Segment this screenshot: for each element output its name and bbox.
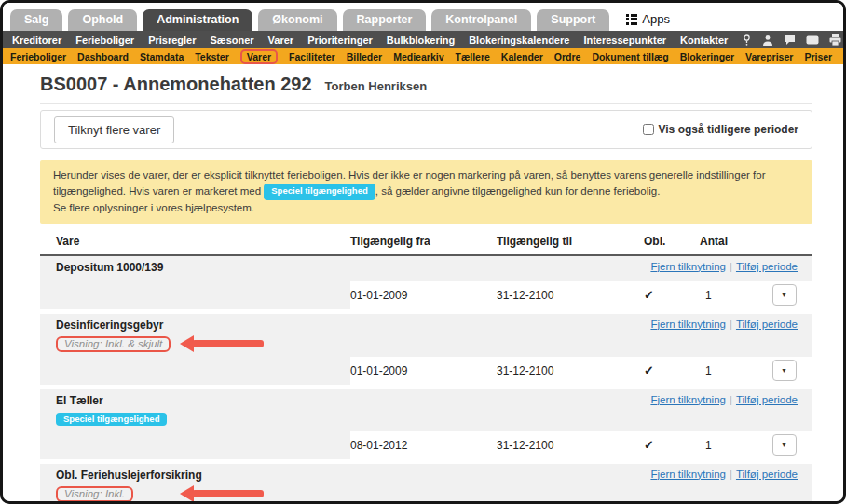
main-tabs: SalgOpholdAdministrationØkonomiRapporter… bbox=[10, 9, 615, 31]
tab-ophold[interactable]: Ophold bbox=[68, 9, 137, 31]
show-previous-periods-toggle[interactable]: Vis også tidligere perioder bbox=[643, 123, 799, 136]
link-separator: | bbox=[730, 319, 732, 330]
menu-item-kontakter[interactable]: Kontakter bbox=[680, 34, 728, 46]
tab-rapporter[interactable]: Rapporter bbox=[343, 9, 427, 31]
product-group-header: El TællerFjern tilknytning|Tilføj period… bbox=[40, 389, 812, 408]
submenu-item-ordre[interactable]: Ordre bbox=[554, 51, 581, 62]
title-divider bbox=[40, 103, 812, 104]
menu-item-prisregler[interactable]: Prisregler bbox=[148, 34, 196, 46]
property-sub-menu: FerieboligerDashboardStamdataTeksterVare… bbox=[3, 48, 843, 64]
period-options-dropdown-button[interactable]: ▼ bbox=[772, 360, 797, 381]
attach-more-products-button[interactable]: Tilknyt flere varer bbox=[54, 116, 174, 143]
annotation-arrow bbox=[180, 485, 264, 502]
header-available-from: Tilgængelig fra bbox=[350, 235, 497, 248]
info-text-after: , så gælder angivne tilgængelighed kun f… bbox=[375, 185, 661, 197]
header-vare: Vare bbox=[40, 235, 350, 248]
submenu-item-ferieboliger[interactable]: Ferieboliger bbox=[10, 51, 66, 62]
link-separator: | bbox=[730, 469, 732, 480]
submenu-item-varepriser[interactable]: Varepriser bbox=[745, 51, 793, 62]
product-group-actions: Fjern tilknytning|Tilføj periode bbox=[650, 261, 798, 272]
tab-kontrolpanel[interactable]: Kontrolpanel bbox=[431, 9, 531, 31]
submenu-item-kalender[interactable]: Kalender bbox=[501, 51, 543, 62]
menu-item-kreditorer[interactable]: Kreditorer bbox=[12, 34, 61, 46]
add-period-link[interactable]: Tilføj periode bbox=[736, 261, 798, 272]
tab-support[interactable]: Support bbox=[537, 9, 609, 31]
remove-link[interactable]: Fjern tilknytning bbox=[650, 469, 726, 480]
submenu-item-faciliteter[interactable]: Faciliteter bbox=[289, 51, 335, 62]
quantity-value: 1 bbox=[700, 439, 756, 452]
table-header-row: Vare Tilgængelig fra Tilgængelig til Obl… bbox=[40, 235, 812, 256]
tab-salg[interactable]: Salg bbox=[10, 9, 62, 31]
product-group-depositum-1000-139: Depositum 1000/139Fjern tilknytning|Tilf… bbox=[40, 256, 812, 314]
tab-administration[interactable]: Administration bbox=[143, 9, 252, 31]
admin-menu-items: KreditorerFerieboligerPrisreglerSæsonerV… bbox=[12, 34, 742, 46]
remove-link[interactable]: Fjern tilknytning bbox=[650, 319, 726, 330]
tab-konomi[interactable]: Økonomi bbox=[258, 9, 336, 31]
product-name: Obl. Feriehuslejerforsikring bbox=[56, 469, 202, 482]
product-group-actions: Fjern tilknytning|Tilføj periode bbox=[650, 394, 798, 405]
menu-item-blokeringskalendere[interactable]: Blokeringskalendere bbox=[469, 34, 569, 46]
header-obligatory: Obl. bbox=[644, 235, 700, 248]
add-period-link[interactable]: Tilføj periode bbox=[736, 394, 798, 405]
product-group-actions: Fjern tilknytning|Tilføj periode bbox=[650, 469, 798, 480]
chat-icon[interactable] bbox=[784, 34, 796, 46]
obligatory-check-icon: ✓ bbox=[644, 363, 700, 377]
quantity-value: 1 bbox=[700, 364, 756, 377]
submenu-item-stamdata[interactable]: Stamdata bbox=[140, 51, 184, 62]
submenu-item-mediearkiv[interactable]: Mediearkiv bbox=[393, 51, 443, 62]
available-to-value: 31-12-2100 bbox=[497, 289, 644, 302]
info-help-line: Se flere oplysninger i vores hjælpesyste… bbox=[53, 202, 254, 213]
product-group-subrow: Speciel tilgængelighed bbox=[40, 408, 812, 431]
product-group-actions: Fjern tilknytning|Tilføj periode bbox=[650, 319, 798, 330]
page-header: BS0007 - Annemonehatten 292 Torben Henri… bbox=[40, 64, 812, 95]
print-icon[interactable] bbox=[829, 34, 841, 46]
menu-item-prioriteringer[interactable]: Prioriteringer bbox=[307, 34, 373, 46]
owner-name: Torben Henriksen bbox=[325, 79, 428, 93]
submenu-item-tekster[interactable]: Tekster bbox=[195, 51, 229, 62]
help-icon[interactable] bbox=[742, 34, 752, 46]
menu-item-ferieboliger[interactable]: Ferieboliger bbox=[75, 34, 134, 46]
special-availability-badge: Speciel tilgængelighed bbox=[56, 413, 167, 426]
period-options-dropdown-button[interactable]: ▼ bbox=[772, 284, 797, 306]
products-table: Vare Tilgængelig fra Tilgængelig til Obl… bbox=[40, 235, 812, 504]
info-message-box: Herunder vises de varer, der er eksplici… bbox=[40, 160, 812, 224]
submenu-item-dashboard[interactable]: Dashboard bbox=[77, 51, 129, 62]
available-from-value: 01-01-2009 bbox=[350, 364, 497, 377]
period-row-values: 01-01-200931-12-2100✓1▼ bbox=[350, 281, 812, 309]
menu-item-interessepunkter[interactable]: Interessepunkter bbox=[583, 34, 666, 46]
remove-link[interactable]: Fjern tilknytning bbox=[650, 394, 726, 405]
menu-item-varer[interactable]: Varer bbox=[268, 34, 294, 46]
product-group-header: Obl. FeriehuslejerforsikringFjern tilkny… bbox=[40, 464, 812, 483]
remove-link[interactable]: Fjern tilknytning bbox=[650, 261, 726, 272]
menu-item-bulkblokering[interactable]: Bulkblokering bbox=[387, 34, 455, 46]
app-window: SalgOpholdAdministrationØkonomiRapporter… bbox=[0, 0, 846, 504]
show-previous-periods-checkbox[interactable] bbox=[643, 124, 654, 135]
obligatory-check-icon: ✓ bbox=[644, 288, 700, 302]
link-separator: | bbox=[730, 261, 732, 272]
add-period-link[interactable]: Tilføj periode bbox=[736, 469, 798, 480]
submenu-item-billeder[interactable]: Billeder bbox=[347, 51, 383, 62]
submenu-item-t-llere[interactable]: Tællere bbox=[455, 51, 489, 62]
product-group-subrow bbox=[40, 275, 812, 281]
user-icon[interactable] bbox=[762, 34, 773, 46]
available-to-value: 31-12-2100 bbox=[497, 364, 644, 377]
submenu-item-priser[interactable]: Priser bbox=[804, 51, 832, 62]
period-actions-cell: ▼ bbox=[756, 284, 812, 306]
product-group-obl-feriehuslejerforsikring: Obl. FeriehuslejerforsikringFjern tilkny… bbox=[40, 464, 812, 504]
apps-launcher[interactable]: Apps bbox=[626, 12, 670, 26]
period-row-left-spacer bbox=[40, 357, 350, 385]
period-options-dropdown-button[interactable]: ▼ bbox=[772, 434, 797, 456]
submenu-item-varer[interactable]: Varer bbox=[240, 49, 278, 64]
add-period-link[interactable]: Tilføj periode bbox=[736, 319, 798, 330]
property-sub-menu-items: FerieboligerDashboardStamdataTeksterVare… bbox=[10, 49, 843, 64]
period-row-left-spacer bbox=[40, 281, 350, 309]
annotation-arrow bbox=[180, 335, 264, 352]
display-note-annotation-box: Visning: Inkl. bbox=[56, 486, 133, 502]
submenu-item-dokument-till-g[interactable]: Dokument tillæg bbox=[592, 51, 668, 62]
product-name: El Tæller bbox=[56, 394, 103, 407]
period-row: 01-01-200931-12-2100✓1▼ bbox=[40, 281, 812, 309]
submenu-item-blokeringer[interactable]: Blokeringer bbox=[680, 51, 734, 62]
product-name: Depositum 1000/139 bbox=[56, 261, 163, 274]
menu-item-s-soner[interactable]: Sæsoner bbox=[211, 34, 254, 46]
window-icon[interactable] bbox=[806, 35, 819, 45]
